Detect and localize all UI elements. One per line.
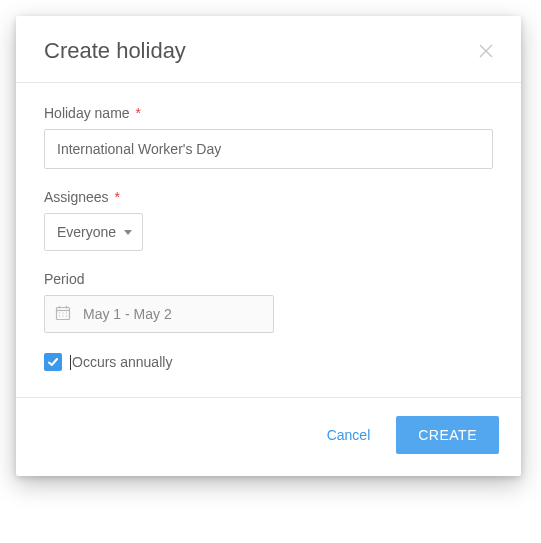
modal-body: Holiday name * Assignees * Everyone Peri… bbox=[16, 83, 521, 397]
period-input[interactable]: May 1 - May 2 bbox=[44, 295, 274, 333]
holiday-name-label-text: Holiday name bbox=[44, 105, 130, 121]
annual-label: Occurs annually bbox=[72, 354, 172, 370]
text-cursor bbox=[70, 355, 71, 370]
holiday-name-input[interactable] bbox=[44, 129, 493, 169]
create-button[interactable]: CREATE bbox=[396, 416, 499, 454]
period-value: May 1 - May 2 bbox=[83, 306, 172, 322]
holiday-name-label: Holiday name * bbox=[44, 105, 493, 121]
chevron-down-icon bbox=[124, 230, 132, 235]
required-marker: * bbox=[114, 189, 119, 205]
cancel-button[interactable]: Cancel bbox=[323, 419, 375, 451]
modal-header: Create holiday bbox=[16, 16, 521, 83]
assignees-selected-value: Everyone bbox=[57, 224, 116, 240]
assignees-select[interactable]: Everyone bbox=[44, 213, 143, 251]
required-marker: * bbox=[136, 105, 141, 121]
assignees-label: Assignees * bbox=[44, 189, 493, 205]
period-field: Period May 1 - bbox=[44, 271, 493, 333]
annual-label-text: Occurs annually bbox=[72, 354, 172, 370]
assignees-field: Assignees * Everyone bbox=[44, 189, 493, 251]
close-icon[interactable] bbox=[479, 44, 493, 58]
modal-title: Create holiday bbox=[44, 38, 186, 64]
period-label: Period bbox=[44, 271, 493, 287]
holiday-name-field: Holiday name * bbox=[44, 105, 493, 169]
create-holiday-modal: Create holiday Holiday name * Assignees … bbox=[16, 16, 521, 476]
calendar-icon bbox=[55, 305, 71, 324]
annual-field: Occurs annually bbox=[44, 353, 493, 371]
modal-footer: Cancel CREATE bbox=[16, 397, 521, 476]
assignees-label-text: Assignees bbox=[44, 189, 109, 205]
annual-checkbox[interactable] bbox=[44, 353, 62, 371]
